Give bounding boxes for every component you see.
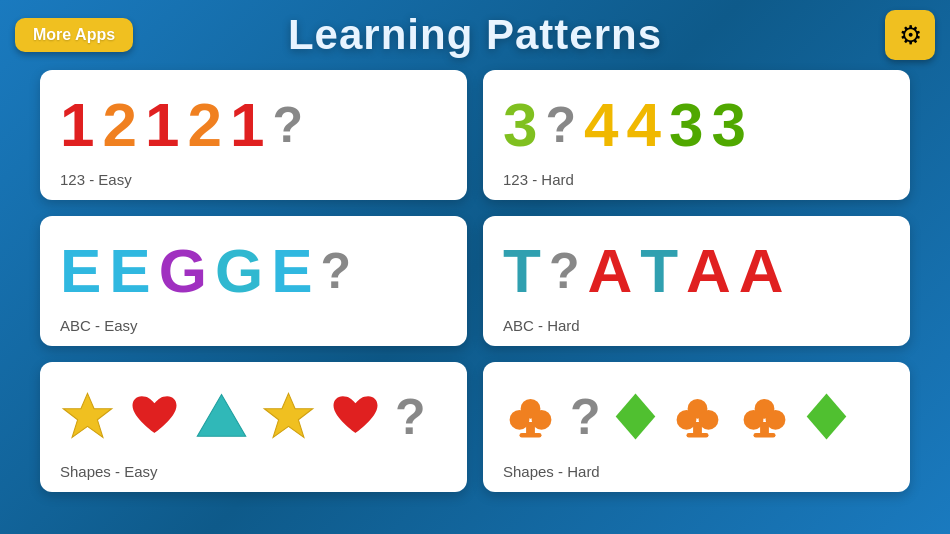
card-shapes-hard[interactable]: ? xyxy=(483,362,910,492)
symbol-question: ? xyxy=(272,100,303,150)
letter-G2: G xyxy=(215,240,263,302)
svg-marker-2 xyxy=(264,393,312,437)
shape-star-yellow xyxy=(60,389,115,444)
symbol-5: 1 xyxy=(230,94,264,156)
card-abc-easy-label: ABC - Easy xyxy=(60,317,447,334)
header: More Apps Learning Patterns ⚙ xyxy=(0,0,950,70)
shape-club-orange3 xyxy=(737,389,792,444)
card-abc-hard-symbols: T ? A T A A xyxy=(503,232,890,309)
card-abc-easy-symbols: E E G G E ? xyxy=(60,232,447,309)
card-123-easy-label: 123 - Easy xyxy=(60,171,447,188)
gear-icon: ⚙ xyxy=(899,20,922,51)
svg-rect-18 xyxy=(753,433,775,437)
shape-club-orange2 xyxy=(670,389,725,444)
symbol-4a: 4 xyxy=(584,94,618,156)
symbol-1: 1 xyxy=(60,94,94,156)
symbol-question: ? xyxy=(545,100,576,150)
page-title: Learning Patterns xyxy=(288,11,662,59)
shape-star-yellow2 xyxy=(261,389,316,444)
card-123-easy-symbols: 1 2 1 2 1 ? xyxy=(60,86,447,163)
settings-button[interactable]: ⚙ xyxy=(885,10,935,60)
shape-question: ? xyxy=(570,388,601,446)
more-apps-button[interactable]: More Apps xyxy=(15,18,133,52)
letter-question: ? xyxy=(549,246,580,296)
card-shapes-easy-label: Shapes - Easy xyxy=(60,463,447,480)
symbol-3b: 3 xyxy=(711,94,745,156)
card-shapes-easy[interactable]: ? Shapes - Easy xyxy=(40,362,467,492)
letter-E1: E xyxy=(60,240,101,302)
svg-marker-1 xyxy=(197,395,245,437)
svg-marker-19 xyxy=(806,393,846,439)
symbol-3: 3 xyxy=(503,94,537,156)
symbol-4: 2 xyxy=(187,94,221,156)
card-123-easy[interactable]: 1 2 1 2 1 ? 123 - Easy xyxy=(40,70,467,200)
shape-heart-red2 xyxy=(328,389,383,444)
letter-E3: E xyxy=(271,240,312,302)
card-123-hard-label: 123 - Hard xyxy=(503,171,890,188)
symbol-2: 2 xyxy=(102,94,136,156)
letter-T2: T xyxy=(640,240,678,302)
letter-A3: A xyxy=(739,240,784,302)
card-shapes-easy-symbols: ? xyxy=(60,378,447,455)
letter-question: ? xyxy=(321,246,352,296)
card-123-hard-symbols: 3 ? 4 4 3 3 xyxy=(503,86,890,163)
card-abc-hard-label: ABC - Hard xyxy=(503,317,890,334)
letter-T: T xyxy=(503,240,541,302)
symbol-3: 1 xyxy=(145,94,179,156)
letter-A2: A xyxy=(686,240,731,302)
svg-marker-0 xyxy=(63,393,111,437)
card-shapes-hard-symbols: ? xyxy=(503,378,890,455)
letter-E2: E xyxy=(109,240,150,302)
svg-marker-8 xyxy=(615,393,655,439)
card-shapes-hard-label: Shapes - Hard xyxy=(503,463,890,480)
symbol-4b: 4 xyxy=(627,94,661,156)
cards-grid: 1 2 1 2 1 ? 123 - Easy 3 ? 4 4 3 3 123 -… xyxy=(0,70,950,508)
shape-triangle-teal xyxy=(194,389,249,444)
letter-G: G xyxy=(159,240,207,302)
shape-heart-red xyxy=(127,389,182,444)
shape-question: ? xyxy=(395,388,426,446)
svg-rect-13 xyxy=(686,433,708,437)
card-abc-easy[interactable]: E E G G E ? ABC - Easy xyxy=(40,216,467,346)
letter-A1: A xyxy=(587,240,632,302)
card-abc-hard[interactable]: T ? A T A A ABC - Hard xyxy=(483,216,910,346)
svg-rect-7 xyxy=(520,433,542,437)
shape-diamond-green xyxy=(613,389,658,444)
card-123-hard[interactable]: 3 ? 4 4 3 3 123 - Hard xyxy=(483,70,910,200)
shape-club-orange xyxy=(503,389,558,444)
symbol-3a: 3 xyxy=(669,94,703,156)
shape-diamond-green2 xyxy=(804,389,849,444)
